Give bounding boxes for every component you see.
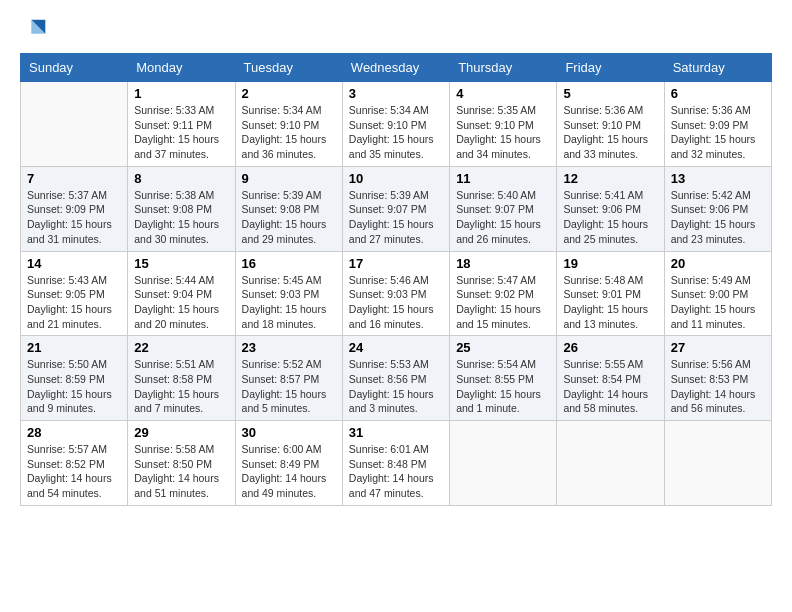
calendar-cell <box>557 421 664 506</box>
calendar-header-row: SundayMondayTuesdayWednesdayThursdayFrid… <box>21 54 772 82</box>
logo <box>20 15 50 43</box>
day-number: 8 <box>134 171 228 186</box>
calendar-cell: 17Sunrise: 5:46 AM Sunset: 9:03 PM Dayli… <box>342 251 449 336</box>
day-header-sunday: Sunday <box>21 54 128 82</box>
calendar-cell: 25Sunrise: 5:54 AM Sunset: 8:55 PM Dayli… <box>450 336 557 421</box>
calendar-cell: 16Sunrise: 5:45 AM Sunset: 9:03 PM Dayli… <box>235 251 342 336</box>
day-number: 26 <box>563 340 657 355</box>
calendar-cell: 3Sunrise: 5:34 AM Sunset: 9:10 PM Daylig… <box>342 82 449 167</box>
calendar-cell: 28Sunrise: 5:57 AM Sunset: 8:52 PM Dayli… <box>21 421 128 506</box>
calendar-cell: 23Sunrise: 5:52 AM Sunset: 8:57 PM Dayli… <box>235 336 342 421</box>
calendar-cell: 18Sunrise: 5:47 AM Sunset: 9:02 PM Dayli… <box>450 251 557 336</box>
day-header-wednesday: Wednesday <box>342 54 449 82</box>
day-info: Sunrise: 5:39 AM Sunset: 9:08 PM Dayligh… <box>242 188 336 247</box>
day-number: 18 <box>456 256 550 271</box>
day-number: 10 <box>349 171 443 186</box>
calendar-week-1: 1Sunrise: 5:33 AM Sunset: 9:11 PM Daylig… <box>21 82 772 167</box>
day-number: 15 <box>134 256 228 271</box>
calendar-table: SundayMondayTuesdayWednesdayThursdayFrid… <box>20 53 772 506</box>
day-info: Sunrise: 5:35 AM Sunset: 9:10 PM Dayligh… <box>456 103 550 162</box>
day-number: 12 <box>563 171 657 186</box>
logo-icon <box>22 15 50 43</box>
day-number: 14 <box>27 256 121 271</box>
day-info: Sunrise: 5:37 AM Sunset: 9:09 PM Dayligh… <box>27 188 121 247</box>
day-info: Sunrise: 5:51 AM Sunset: 8:58 PM Dayligh… <box>134 357 228 416</box>
calendar-cell <box>21 82 128 167</box>
day-number: 2 <box>242 86 336 101</box>
day-number: 31 <box>349 425 443 440</box>
day-info: Sunrise: 5:52 AM Sunset: 8:57 PM Dayligh… <box>242 357 336 416</box>
day-info: Sunrise: 5:50 AM Sunset: 8:59 PM Dayligh… <box>27 357 121 416</box>
calendar-cell: 26Sunrise: 5:55 AM Sunset: 8:54 PM Dayli… <box>557 336 664 421</box>
calendar-cell: 27Sunrise: 5:56 AM Sunset: 8:53 PM Dayli… <box>664 336 771 421</box>
day-info: Sunrise: 5:45 AM Sunset: 9:03 PM Dayligh… <box>242 273 336 332</box>
day-info: Sunrise: 5:42 AM Sunset: 9:06 PM Dayligh… <box>671 188 765 247</box>
calendar-cell: 29Sunrise: 5:58 AM Sunset: 8:50 PM Dayli… <box>128 421 235 506</box>
day-info: Sunrise: 5:34 AM Sunset: 9:10 PM Dayligh… <box>242 103 336 162</box>
calendar-cell <box>450 421 557 506</box>
day-number: 3 <box>349 86 443 101</box>
day-info: Sunrise: 5:53 AM Sunset: 8:56 PM Dayligh… <box>349 357 443 416</box>
day-info: Sunrise: 5:54 AM Sunset: 8:55 PM Dayligh… <box>456 357 550 416</box>
day-info: Sunrise: 5:48 AM Sunset: 9:01 PM Dayligh… <box>563 273 657 332</box>
calendar-week-2: 7Sunrise: 5:37 AM Sunset: 9:09 PM Daylig… <box>21 166 772 251</box>
day-info: Sunrise: 5:44 AM Sunset: 9:04 PM Dayligh… <box>134 273 228 332</box>
day-info: Sunrise: 5:34 AM Sunset: 9:10 PM Dayligh… <box>349 103 443 162</box>
day-info: Sunrise: 5:43 AM Sunset: 9:05 PM Dayligh… <box>27 273 121 332</box>
calendar-cell: 8Sunrise: 5:38 AM Sunset: 9:08 PM Daylig… <box>128 166 235 251</box>
day-number: 1 <box>134 86 228 101</box>
calendar-cell: 24Sunrise: 5:53 AM Sunset: 8:56 PM Dayli… <box>342 336 449 421</box>
day-number: 28 <box>27 425 121 440</box>
header <box>20 15 772 43</box>
day-number: 13 <box>671 171 765 186</box>
day-number: 9 <box>242 171 336 186</box>
calendar-cell: 12Sunrise: 5:41 AM Sunset: 9:06 PM Dayli… <box>557 166 664 251</box>
calendar-cell: 15Sunrise: 5:44 AM Sunset: 9:04 PM Dayli… <box>128 251 235 336</box>
day-number: 20 <box>671 256 765 271</box>
calendar-week-5: 28Sunrise: 5:57 AM Sunset: 8:52 PM Dayli… <box>21 421 772 506</box>
day-number: 29 <box>134 425 228 440</box>
page-container: SundayMondayTuesdayWednesdayThursdayFrid… <box>0 0 792 521</box>
day-info: Sunrise: 5:57 AM Sunset: 8:52 PM Dayligh… <box>27 442 121 501</box>
calendar-cell: 31Sunrise: 6:01 AM Sunset: 8:48 PM Dayli… <box>342 421 449 506</box>
day-header-tuesday: Tuesday <box>235 54 342 82</box>
day-number: 22 <box>134 340 228 355</box>
day-header-friday: Friday <box>557 54 664 82</box>
calendar-cell: 13Sunrise: 5:42 AM Sunset: 9:06 PM Dayli… <box>664 166 771 251</box>
day-info: Sunrise: 5:46 AM Sunset: 9:03 PM Dayligh… <box>349 273 443 332</box>
day-info: Sunrise: 5:41 AM Sunset: 9:06 PM Dayligh… <box>563 188 657 247</box>
day-number: 21 <box>27 340 121 355</box>
calendar-cell: 7Sunrise: 5:37 AM Sunset: 9:09 PM Daylig… <box>21 166 128 251</box>
day-number: 25 <box>456 340 550 355</box>
calendar-cell: 1Sunrise: 5:33 AM Sunset: 9:11 PM Daylig… <box>128 82 235 167</box>
calendar-cell: 5Sunrise: 5:36 AM Sunset: 9:10 PM Daylig… <box>557 82 664 167</box>
day-number: 7 <box>27 171 121 186</box>
day-number: 27 <box>671 340 765 355</box>
day-info: Sunrise: 5:38 AM Sunset: 9:08 PM Dayligh… <box>134 188 228 247</box>
day-info: Sunrise: 5:39 AM Sunset: 9:07 PM Dayligh… <box>349 188 443 247</box>
day-header-saturday: Saturday <box>664 54 771 82</box>
day-info: Sunrise: 5:33 AM Sunset: 9:11 PM Dayligh… <box>134 103 228 162</box>
calendar-cell: 14Sunrise: 5:43 AM Sunset: 9:05 PM Dayli… <box>21 251 128 336</box>
day-info: Sunrise: 6:00 AM Sunset: 8:49 PM Dayligh… <box>242 442 336 501</box>
day-number: 16 <box>242 256 336 271</box>
calendar-cell: 2Sunrise: 5:34 AM Sunset: 9:10 PM Daylig… <box>235 82 342 167</box>
calendar-week-4: 21Sunrise: 5:50 AM Sunset: 8:59 PM Dayli… <box>21 336 772 421</box>
day-header-thursday: Thursday <box>450 54 557 82</box>
calendar-cell: 30Sunrise: 6:00 AM Sunset: 8:49 PM Dayli… <box>235 421 342 506</box>
day-info: Sunrise: 5:36 AM Sunset: 9:10 PM Dayligh… <box>563 103 657 162</box>
day-number: 17 <box>349 256 443 271</box>
day-header-monday: Monday <box>128 54 235 82</box>
day-number: 5 <box>563 86 657 101</box>
day-number: 24 <box>349 340 443 355</box>
day-info: Sunrise: 6:01 AM Sunset: 8:48 PM Dayligh… <box>349 442 443 501</box>
calendar-cell: 11Sunrise: 5:40 AM Sunset: 9:07 PM Dayli… <box>450 166 557 251</box>
calendar-cell: 4Sunrise: 5:35 AM Sunset: 9:10 PM Daylig… <box>450 82 557 167</box>
calendar-cell: 10Sunrise: 5:39 AM Sunset: 9:07 PM Dayli… <box>342 166 449 251</box>
calendar-cell <box>664 421 771 506</box>
day-number: 30 <box>242 425 336 440</box>
calendar-week-3: 14Sunrise: 5:43 AM Sunset: 9:05 PM Dayli… <box>21 251 772 336</box>
day-number: 19 <box>563 256 657 271</box>
day-info: Sunrise: 5:55 AM Sunset: 8:54 PM Dayligh… <box>563 357 657 416</box>
calendar-cell: 19Sunrise: 5:48 AM Sunset: 9:01 PM Dayli… <box>557 251 664 336</box>
